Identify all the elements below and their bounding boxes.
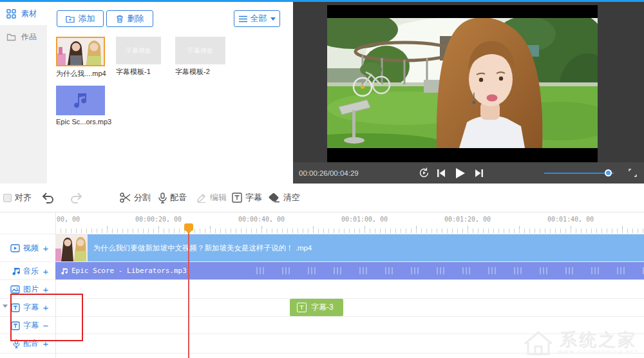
add-track-button[interactable]: +: [42, 266, 50, 277]
pencil-icon: [196, 193, 207, 203]
clear-button[interactable]: 清空: [269, 184, 300, 212]
volume-slider[interactable]: [544, 173, 614, 174]
media-filter-dropdown[interactable]: 全部: [234, 10, 280, 27]
undo-icon: [41, 193, 54, 203]
preview-panel: 00:00:26/00:04:29: [293, 2, 644, 184]
track-label: 音乐: [23, 266, 39, 277]
timeline-area: 00, 00 00:00:20, 00 00:00:40, 00 00:01:0…: [0, 212, 644, 358]
subtitle-track-expand-caret[interactable]: [3, 305, 8, 308]
media-library-panel: 添加 删除 全部: [47, 2, 293, 184]
annotation-rectangle: [10, 294, 83, 341]
filter-selected-value: 全部: [251, 13, 267, 24]
subtitle-button[interactable]: 字幕: [232, 184, 262, 212]
add-track-button[interactable]: +: [42, 243, 50, 254]
sidebar-item-material[interactable]: 素材: [0, 2, 47, 25]
playhead-line: [188, 232, 189, 358]
video-thumbnail-art: [57, 38, 104, 65]
delete-media-button[interactable]: 删除: [106, 10, 153, 27]
library-item-template2-thumbnail[interactable]: 字幕模板: [175, 37, 225, 64]
timeline-toolbar: 对齐 分割: [0, 184, 644, 212]
folder-icon: [6, 32, 16, 42]
edit-button[interactable]: 编辑: [196, 184, 227, 212]
subtitle-clip-label: 字幕-3: [311, 302, 334, 313]
library-item-label: 为什么我....mp4: [56, 69, 106, 79]
add-track-button[interactable]: +: [42, 284, 50, 295]
split-button[interactable]: 分割: [120, 184, 151, 212]
align-toggle[interactable]: 对齐: [3, 184, 32, 212]
align-label: 对齐: [15, 192, 32, 203]
trash-icon: [116, 15, 124, 23]
waveform: [242, 267, 644, 274]
preview-timecode: 00:00:26/00:04:29: [299, 162, 359, 184]
playhead-marker[interactable]: [184, 223, 193, 231]
video-clip[interactable]: 为什么我们要做新加坡中文视频？新加坡美女是这样子说的！ .mp4: [55, 234, 644, 261]
library-item-label: 字幕模板-1: [116, 67, 151, 77]
caret-down-icon: [270, 17, 276, 21]
watermark-subtitle: WWW.XITONGZHIJIA.NET: [558, 350, 639, 354]
subtitle-t-icon: [232, 193, 242, 203]
ruler-label: 00:01:40, 00: [547, 216, 594, 223]
subtitle-clip[interactable]: 字幕-3: [290, 299, 343, 316]
track-header-music[interactable]: 音乐 +: [0, 262, 55, 280]
redo-button[interactable]: [70, 184, 83, 212]
sidebar-item-label: 素材: [21, 8, 37, 19]
sidebar-item-label: 作品: [21, 32, 37, 42]
ruler-label: 00, 00: [57, 216, 80, 223]
music-clip[interactable]: Epic Score - Liberators.mp3: [55, 262, 644, 279]
ruler-label: 00:01:00, 00: [341, 216, 388, 223]
track-label: 图片: [23, 284, 39, 295]
template-watermark-text: 字幕模板: [116, 37, 161, 64]
sidebar: 素材 作品: [0, 2, 47, 184]
align-checkbox[interactable]: [3, 194, 12, 202]
library-item-template1-thumbnail[interactable]: 字幕模板: [116, 37, 161, 64]
track-header-video[interactable]: 视频 +: [0, 234, 55, 262]
clear-label: 清空: [283, 192, 300, 203]
delete-button-label: 删除: [128, 13, 144, 24]
video-clip-title: 为什么我们要做新加坡中文视频？新加坡美女是这样子说的！ .mp4: [93, 243, 312, 253]
dub-button[interactable]: 配音: [158, 184, 187, 212]
music-note-icon: [61, 267, 68, 275]
microphone-icon: [158, 193, 167, 203]
video-clip-thumbnail: [55, 234, 88, 261]
eraser-icon: [269, 193, 280, 203]
play-icon[interactable]: [452, 162, 468, 184]
skip-back-icon[interactable]: [435, 162, 448, 184]
video-frame: [327, 18, 598, 148]
redo-icon: [70, 193, 83, 203]
library-item-label: 字幕模板-2: [175, 67, 210, 77]
library-item-label: Epic Sc...ors.mp3: [56, 118, 111, 126]
music-track-icon: [12, 267, 20, 276]
skip-forward-icon[interactable]: [473, 162, 486, 184]
image-track-icon: [10, 285, 20, 294]
preview-controls-bar: 00:00:26/00:04:29: [293, 162, 644, 184]
library-item-audio-thumbnail[interactable]: [56, 86, 105, 115]
music-clip-title: Epic Score - Liberators.mp3: [71, 267, 187, 275]
split-label: 分割: [134, 192, 151, 203]
subtitle-label: 字幕: [245, 192, 262, 203]
list-icon: [239, 15, 247, 23]
library-item-video-thumbnail[interactable]: [56, 37, 105, 66]
scissors-icon: [120, 193, 131, 203]
template-watermark-text: 字幕模板: [175, 37, 225, 64]
add-button-label: 添加: [79, 13, 95, 24]
dub-label: 配音: [170, 192, 187, 203]
music-note-icon: [72, 91, 89, 109]
subtitle-t-icon: [297, 303, 307, 312]
add-media-button[interactable]: 添加: [57, 10, 104, 27]
preview-canvas: [327, 5, 598, 162]
sidebar-item-works[interactable]: 作品: [0, 25, 47, 48]
ruler-label: 00:00:20, 00: [135, 216, 182, 223]
undo-button[interactable]: [41, 184, 54, 212]
edit-label: 编辑: [210, 192, 227, 203]
volume-thumb[interactable]: [605, 169, 612, 176]
ruler-label: 00:01:20, 00: [444, 216, 491, 223]
ruler-minor-ticks: [55, 229, 644, 233]
grid-icon: [6, 9, 16, 19]
fullscreen-icon[interactable]: [627, 162, 638, 184]
video-editor-window: 素材 作品 添加 删除: [0, 0, 644, 358]
video-track-icon: [10, 244, 20, 252]
track-label: 视频: [23, 243, 39, 254]
loop-icon[interactable]: [417, 162, 431, 184]
ruler-label: 00:00:40, 00: [238, 216, 285, 223]
folder-add-icon: [66, 15, 75, 23]
